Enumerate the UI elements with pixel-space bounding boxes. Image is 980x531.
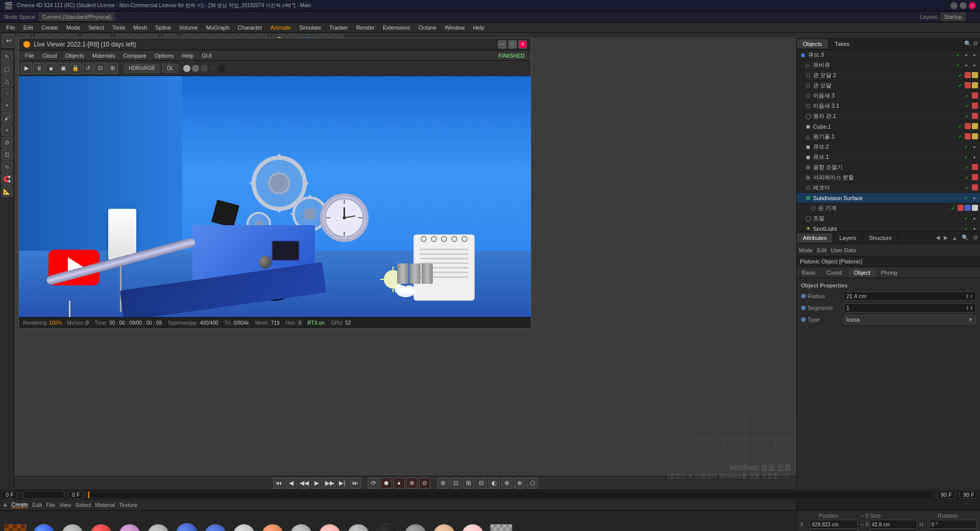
attr-userdata-btn[interactable]: User Data	[831, 247, 856, 253]
mat-item-mat2[interactable]: Mat.2	[316, 524, 343, 532]
mat-item-mainco1[interactable]: main co	[116, 524, 143, 532]
mat-item-octmets[interactable]: OctMets	[145, 524, 172, 532]
attr-input-radius[interactable]: 21.4 cm ⬆⬇	[844, 292, 976, 301]
tab-select-mat[interactable]: Select	[76, 502, 91, 508]
pb-play-rev[interactable]: ◀◀	[299, 477, 310, 489]
lv-menu-compare[interactable]: Compare	[119, 52, 150, 60]
attr-nav-back[interactable]: ◀	[934, 233, 942, 242]
obj-row-mixer[interactable]: ⊞ 음향 조절기 ✓	[797, 162, 980, 173]
menu-edit[interactable]: Edit	[19, 23, 37, 32]
menu-window[interactable]: Window	[440, 23, 469, 32]
maximize-button[interactable]: □	[960, 2, 967, 9]
tab-layers[interactable]: Layers	[833, 233, 863, 243]
pb-extra8[interactable]: ⬡	[527, 477, 538, 489]
pb-fast-fwd[interactable]: ▶▶	[324, 477, 335, 489]
pb-extra4[interactable]: ⊟	[476, 477, 487, 489]
menu-render[interactable]: Render	[352, 23, 379, 32]
lv-close[interactable]: ✕	[519, 40, 527, 49]
tool-move[interactable]: ↖	[2, 51, 13, 62]
tool-snap[interactable]: 🧲	[2, 174, 13, 185]
pb-keyframe-next[interactable]: ⏭	[350, 477, 361, 489]
lv-maximize[interactable]: □	[508, 40, 517, 49]
pb-record[interactable]: ●	[394, 477, 405, 489]
attr-edit-btn[interactable]: Edit	[817, 247, 827, 253]
mat-item-mat1[interactable]: Mat.1	[345, 524, 372, 532]
lv-menu-help[interactable]: Help	[178, 52, 198, 60]
pos-x-input[interactable]: 829.823 cm	[810, 520, 857, 529]
pb-keyframe-prev[interactable]: ⏮	[273, 477, 284, 489]
menu-spline[interactable]: Spline	[151, 23, 175, 32]
lv-menu-options[interactable]: Options	[151, 52, 178, 60]
lv-menu-objects[interactable]: Objects	[61, 52, 88, 60]
attr-filter-icon[interactable]: 🔍	[960, 233, 971, 242]
mat-item-konbini[interactable]: 컨비이오	[174, 523, 200, 531]
attr-dropdown-type[interactable]: Icosa ▼	[844, 315, 976, 324]
pb-extra5[interactable]: ◐	[488, 477, 500, 489]
obj-row-atom1[interactable]: ◯ 원자 관.1 ✓	[797, 111, 980, 122]
menu-tools[interactable]: Tools	[108, 23, 130, 32]
obj-row-surface-split[interactable]: ⊞ 서피에이스 분할 ✓	[797, 173, 980, 183]
pb-extra1[interactable]: ⊕	[437, 477, 449, 489]
tool-sculpt[interactable]: ⌖	[2, 125, 13, 136]
mat-item-mat4[interactable]: Mat.4	[259, 524, 286, 532]
menu-select[interactable]: Select	[84, 23, 108, 32]
attr-subtab-object[interactable]: Object	[849, 269, 876, 277]
pb-autokey[interactable]: ⏺	[381, 477, 392, 489]
obj-filter-icon[interactable]: ⚙	[973, 40, 978, 47]
attr-subtab-phong[interactable]: Phong	[876, 269, 903, 277]
attr-subtab-coord[interactable]: Coord.	[821, 269, 849, 277]
attr-subtab-basic[interactable]: Basic	[797, 269, 821, 277]
rot-p-input[interactable]: 0 °	[929, 529, 977, 531]
tool-poly[interactable]: △	[2, 76, 13, 87]
tool-spline[interactable]: ∿	[2, 161, 13, 173]
pb-extra6[interactable]: ⊕	[501, 477, 512, 489]
mat-item-octspec1[interactable]: OctSpec	[402, 524, 429, 532]
pb-loop[interactable]: ⟳	[368, 477, 379, 489]
menu-octane[interactable]: Octane	[414, 23, 440, 32]
menu-help[interactable]: Help	[469, 23, 488, 32]
rot-h-input[interactable]: 0 °	[929, 520, 977, 529]
obj-row-joint31[interactable]: ⬡ 이음새 3.1 ✓	[797, 101, 980, 111]
tool-extrude[interactable]: ⊡	[2, 149, 13, 160]
mat-item-mat3[interactable]: Mat.3	[288, 524, 314, 532]
attr-settings-icon[interactable]: ⚙	[971, 233, 980, 242]
pb-frame-next[interactable]: ▶|	[337, 477, 348, 489]
tool-vertex[interactable]: •	[2, 100, 13, 111]
mat-item-mat5[interactable]: Mat.5	[231, 524, 257, 532]
tab-file-mat[interactable]: File	[46, 502, 55, 508]
lv-lock[interactable]: 🔒	[70, 63, 81, 74]
pb-extra2[interactable]: ⊡	[450, 477, 461, 489]
timeline-track[interactable]	[23, 491, 64, 499]
lv-menu-cloud[interactable]: Cloud	[38, 52, 61, 60]
lv-pause[interactable]: ⏸	[33, 63, 44, 74]
mat-item-ffc2c2[interactable]: ffc2c2	[459, 524, 486, 532]
menu-mode[interactable]: Mode	[62, 23, 85, 32]
timeline-end-frame2[interactable]: 90 F	[960, 491, 978, 499]
mat-item-mat[interactable]: Mat	[374, 524, 400, 532]
pb-play-fwd[interactable]: ▶	[311, 477, 323, 489]
obj-row-ctrl[interactable]: ◯ 조절 ✓ ●	[797, 213, 980, 224]
timeline-ruler[interactable]	[88, 491, 933, 499]
obj-row-hand-machine[interactable]: ⬡ 손 기계 ✓	[797, 203, 980, 213]
timeline-frame-input[interactable]: 0 F	[2, 491, 17, 499]
attr-mode-btn[interactable]: Mode	[799, 247, 813, 253]
obj-row-cube1b[interactable]: ◼ 큐브.1 ✓ ●	[797, 152, 980, 162]
lv-menu-materials[interactable]: Materials	[88, 52, 119, 60]
obj-row-pipe[interactable]: ⬡ 관 모달 ✓	[797, 81, 980, 91]
attr-nav-up[interactable]: ▲	[950, 234, 960, 242]
tab-texture-mat[interactable]: Texture	[119, 502, 137, 508]
lv-menu-gui[interactable]: GUI	[198, 52, 216, 60]
obj-row-spotlight[interactable]: ☀ SpotLight ✓ ●	[797, 224, 980, 231]
close-button[interactable]: ✕	[969, 2, 976, 9]
minimize-button[interactable]: ─	[950, 2, 958, 9]
mat-item-youtube2[interactable]: youtube	[59, 524, 86, 532]
tab-structure[interactable]: Structure	[863, 233, 899, 243]
undo-button[interactable]: ↩	[2, 34, 15, 47]
menu-simulate[interactable]: Simulate	[295, 23, 325, 32]
lv-reset[interactable]: ↺	[82, 63, 93, 74]
menu-mesh[interactable]: Mesh	[130, 23, 152, 32]
attr-input-segments[interactable]: 1 ⬆⬇	[844, 303, 976, 312]
lv-hdr-dropdown[interactable]: HDR/sRGB	[124, 64, 159, 73]
pb-frame-prev[interactable]: ◀	[286, 477, 297, 489]
tab-edit-mat[interactable]: Edit	[32, 502, 42, 508]
